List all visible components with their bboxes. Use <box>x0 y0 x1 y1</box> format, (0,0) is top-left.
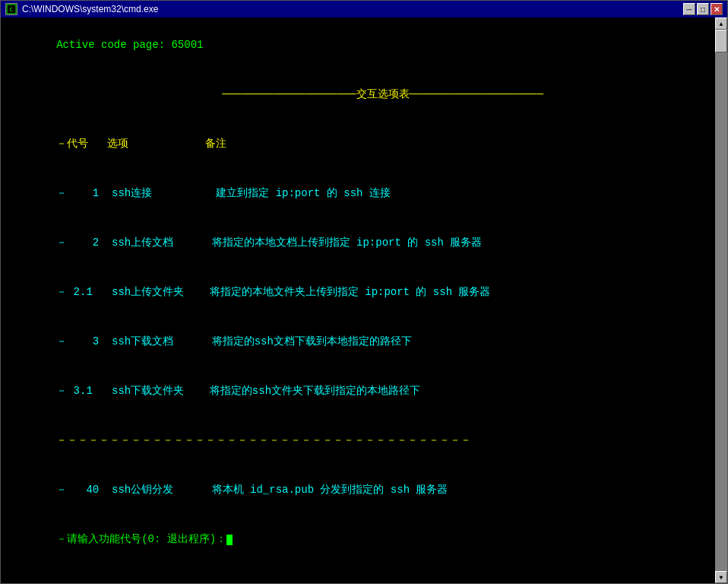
window-title: C:\WINDOWS\system32\cmd.exe <box>22 4 158 14</box>
separator-line: －－－－－－－－－－－－－－－－－－－－－－－－－－－－－－－－－－－－－－－ <box>5 417 709 466</box>
svg-text:C: C <box>10 6 14 13</box>
close-button[interactable]: ✕ <box>711 3 723 15</box>
console-content: Active code page: 65001 ────────────────… <box>5 21 723 565</box>
scrollbar-track[interactable] <box>715 30 727 571</box>
title-bar-controls: ─ □ ✕ <box>683 3 723 15</box>
active-code-line: Active code page: 65001 <box>5 21 709 70</box>
console-area: Active code page: 65001 ────────────────… <box>1 17 727 583</box>
menu-title-line: ─────────────────────交互选项表──────────────… <box>5 70 709 119</box>
title-bar: C C:\WINDOWS\system32\cmd.exe ─ □ ✕ <box>1 1 727 17</box>
scroll-up-button[interactable]: ▲ <box>715 17 727 30</box>
maximize-button[interactable]: □ <box>697 3 709 15</box>
col-headers-line: －代号 选项 备注 <box>5 119 709 169</box>
input-prompt-line: －请输入功能代号(0: 退出程序)： <box>5 516 709 565</box>
menu-row-40: － 40 ssh公钥分发 将本机 id_rsa.pub 分发到指定的 ssh 服… <box>5 466 709 516</box>
cursor <box>226 535 233 545</box>
scrollbar-thumb[interactable] <box>715 30 727 52</box>
minimize-button[interactable]: ─ <box>683 3 695 15</box>
menu-row-2-1: － 2.1 ssh上传文件夹 将指定的本地文件夹上传到指定 ip:port 的 … <box>5 268 709 317</box>
menu-row-3: － 3 ssh下载文档 将指定的ssh文档下载到本地指定的路径下 <box>5 317 709 367</box>
menu-row-2: － 2 ssh上传文档 将指定的本地文档上传到指定 ip:port 的 ssh … <box>5 218 709 268</box>
window: C C:\WINDOWS\system32\cmd.exe ─ □ ✕ Acti… <box>0 0 728 584</box>
title-bar-left: C C:\WINDOWS\system32\cmd.exe <box>5 3 158 15</box>
scroll-down-button[interactable]: ▼ <box>715 571 727 583</box>
menu-row-3-1: － 3.1 ssh下载文件夹 将指定的ssh文件夹下载到指定的本地路径下 <box>5 367 709 416</box>
menu-row-1: － 1 ssh连接 建立到指定 ip:port 的 ssh 连接 <box>5 169 709 218</box>
window-icon: C <box>5 3 17 15</box>
scrollbar[interactable]: ▲ ▼ <box>715 17 727 583</box>
